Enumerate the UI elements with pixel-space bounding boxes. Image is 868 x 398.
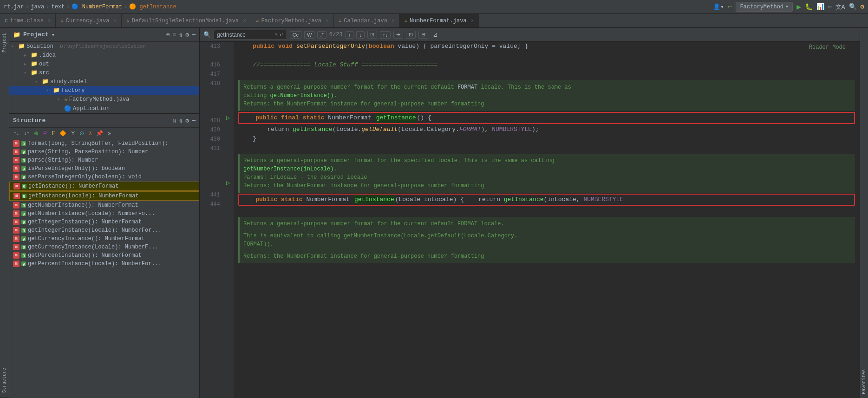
struct-settings-icon[interactable]: ⚙ [185,117,189,124]
code-line-413: public void setParseIntegerOnly(boolean … [238,42,855,51]
struct-minimize-icon[interactable]: — [192,117,196,124]
next-btn[interactable]: ↓ [356,31,365,39]
line-num-doc3 [200,209,223,255]
tree-application[interactable]: ▶ 🔵 Application [9,104,199,113]
reader-mode-btn[interactable]: Reader Mode [809,44,846,51]
case-btn[interactable]: Cc [290,31,301,39]
struct-getinstance2[interactable]: m g getInstance(Locale): NumberFormat [9,191,199,201]
breadcrumb-text[interactable]: text [51,4,65,10]
field-btn[interactable]: F [50,129,56,137]
doc-line-3a: Returns a general-purpose number format … [243,220,851,228]
filter3-icon[interactable]: ⊿ [433,31,438,39]
multiline-btn[interactable]: ⊡ [367,31,377,39]
breadcrumb-rt[interactable]: rt.jar [4,4,24,10]
lambda-btn[interactable]: λ [87,129,93,137]
tree-out[interactable]: ▶ 📁 out [9,59,199,68]
back-icon[interactable]: ← [728,3,732,11]
tree-study-model[interactable]: ▾ 📁 study.model [9,77,199,86]
struct-getinteger-locale-label: getIntegerInstance(Locale): NumberFor... [28,227,162,234]
code-editor[interactable]: 413 416 417 418 428 429 430 431 441 444 … [200,42,860,398]
search-input[interactable] [217,32,273,38]
breadcrumb-class[interactable]: 🔵 NumberFormat [72,3,122,10]
circle-btn[interactable]: ⊙ [78,129,85,137]
top-bar: rt.jar › java › text › 🔵 NumberFormat › … [0,0,868,14]
profile-icon[interactable]: 📊 [816,3,824,11]
tree-solution[interactable]: ▾ 📁 Solution D:\wyf\IdeaProjects\Solutio… [9,42,199,51]
struct-getinteger-locale[interactable]: m g getIntegerInstance(Locale): NumberFo… [9,226,199,235]
tree-src[interactable]: ▾ 📁 src [9,68,199,77]
tree-idea[interactable]: ▶ 📁 .idea [9,51,199,59]
search-clear-icon[interactable]: × [274,31,278,38]
tab-calendar[interactable]: ☕ Calendar.java × [334,14,400,27]
tab-factorymethod-close[interactable]: × [326,18,329,24]
minimize-icon[interactable]: — [192,31,196,39]
struct-getcurrency-locale[interactable]: m g getCurrencyInstance(Locale): NumberF… [9,243,199,251]
tab-numberformat[interactable]: ☕ NumberFormat.java × [399,14,479,27]
struct-getinstance1[interactable]: m g getInstance(): NumberFormat [9,182,199,191]
regex-btn[interactable]: .* [317,31,326,39]
struct-getpercent-locale[interactable]: m g getPercentInstance(Locale): NumberFo… [9,260,199,268]
more-icon[interactable]: ⋯ [828,3,832,11]
favorites-label[interactable]: Favorites [861,365,868,398]
indent-btn[interactable]: ⇥ [393,31,403,39]
settings2-icon[interactable]: ⚙ [185,31,189,39]
breadcrumb-method[interactable]: 🟠 getInstance [129,3,176,10]
run-icon[interactable]: ▶ [796,2,801,12]
expand-btn[interactable]: ⊕ [33,129,40,137]
close-search-btn[interactable]: ⊟ [418,31,428,39]
class-btn[interactable]: P [42,129,48,137]
struct-format[interactable]: m g format(long, StringBuffer, FieldPosi… [9,139,199,148]
tab-numberformat-close[interactable]: × [471,18,474,24]
struct-format-label: format(long, StringBuffer, FieldPosition… [28,140,168,147]
search-regex-icon[interactable]: ↩ [280,31,284,39]
search-icon[interactable]: 🔍 [849,3,857,11]
word-btn[interactable]: W [304,31,314,39]
tab-currency-close[interactable]: × [113,18,117,24]
sort-type-icon[interactable]: ⇅ [179,117,183,124]
sort-alpha-icon[interactable]: ⇅ [173,117,176,124]
pin-btn[interactable]: 📌 [95,129,104,137]
scope-icon[interactable]: ⊕ [166,31,170,39]
tab-time[interactable]: C time.class × [0,14,56,27]
struct-setparse[interactable]: m g setParseIntegerOnly(boolean): void [9,173,199,181]
fold-arrow-441[interactable]: ▷ [226,179,230,187]
tab-factorymethod[interactable]: ☕ FactoryMethod.java × [251,14,334,27]
debug-icon[interactable]: 🐛 [805,3,813,11]
run-config[interactable]: FactoryMethod ▾ [736,2,793,12]
anon-btn[interactable]: 🔶 [58,129,68,137]
filter-btn[interactable]: Y [70,129,76,137]
project-label[interactable]: Project [0,28,9,57]
tree-factorymethod-file[interactable]: ▾ ☕ FactoryMethod.java [9,95,199,104]
struct-parse1[interactable]: m g parse(String, ParsePosition): Number [9,148,199,156]
translate-icon[interactable]: 文A [835,3,845,11]
fold-arrow-428[interactable]: ▷ [226,114,230,122]
struct-getnumber-locale[interactable]: m g getNumberInstance(Locale): NumberFo.… [9,209,199,218]
user-icon[interactable]: 👤▾ [713,3,724,11]
filter2-btn[interactable]: ⊡ [406,31,416,39]
struct-getnumber[interactable]: m g getNumberInstance(): NumberFormat [9,201,199,209]
struct-getpercent[interactable]: m g getPercentInstance(): NumberFormat [9,251,199,260]
settings-icon[interactable]: ⚙ [861,3,864,11]
struct-parse2[interactable]: m g parse(String): Number [9,156,199,164]
tab-bar: C time.class × ☕ Currency.java × ☕ Defau… [0,14,868,28]
struct-getcurrency[interactable]: m g getCurrencyInstance(): NumberFormat [9,235,199,243]
struct-isparse[interactable]: m g isParseIntegerOnly(): boolean [9,164,199,173]
breadcrumb-java[interactable]: java [31,4,44,10]
more-struct-btn[interactable]: » [106,129,112,137]
struct-getinteger[interactable]: m g getIntegerInstance(): NumberFormat [9,218,199,226]
project-dropdown-icon[interactable]: ▾ [52,31,55,39]
sort-desc-btn[interactable]: ↓↑ [22,129,31,137]
tab-defaultsingle-close[interactable]: × [243,18,246,24]
tab-time-close[interactable]: × [48,18,51,24]
structure-label[interactable]: Structure [0,363,9,398]
tab-defaultsingle[interactable]: ☕ DefaultSingleSelectionModel.java × [122,14,251,27]
pin2-btn[interactable]: ↑↓ [380,31,391,39]
tab-time-label: time.class [10,18,44,24]
tree-factory[interactable]: ▾ 📁 factory [9,86,199,95]
tab-currency[interactable]: ☕ Currency.java × [56,14,122,27]
sort-asc-btn[interactable]: ↑↓ [12,129,20,137]
tab-calendar-close[interactable]: × [392,18,395,24]
sort2-icon[interactable]: ⇅ [179,31,183,39]
prev-btn[interactable]: ↑ [346,31,354,39]
sort-icon[interactable]: ≡ [173,31,176,39]
